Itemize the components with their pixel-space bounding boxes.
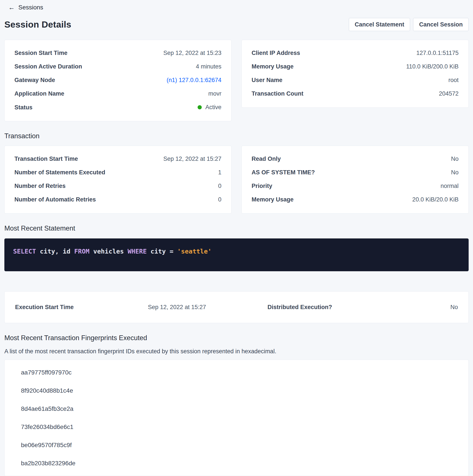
- priority-label: Priority: [252, 183, 272, 189]
- transaction-section-title: Transaction: [4, 132, 469, 140]
- left-arrow-icon: ←: [8, 4, 15, 11]
- sql-text: city =: [147, 248, 177, 255]
- user-name-row: User Name root: [252, 77, 458, 84]
- application-name-row: Application Name movr: [15, 90, 221, 98]
- txn-start-time-label: Transaction Start Time: [15, 155, 78, 162]
- txn-memory-usage-label: Memory Usage: [252, 196, 294, 203]
- application-name-value: movr: [208, 90, 221, 97]
- status-active-dot-icon: [197, 105, 202, 109]
- priority-row: Priority normal: [252, 183, 458, 190]
- txn-start-time-value: Sep 12, 2022 at 15:27: [163, 155, 221, 162]
- txn-statements-label: Number of Statements Executed: [15, 169, 105, 176]
- sql-string-literal: 'seattle': [177, 248, 212, 255]
- back-nav[interactable]: ← Sessions: [4, 2, 469, 13]
- sql-keyword: FROM: [74, 248, 89, 255]
- user-name-label: User Name: [252, 77, 282, 84]
- session-details-page: ← Sessions Session Details Cancel Statem…: [0, 0, 473, 476]
- client-ip-row: Client IP Address 127.0.0.1:51175: [252, 50, 458, 57]
- transaction-summary-row: Transaction Start Time Sep 12, 2022 at 1…: [4, 146, 469, 214]
- txn-memory-usage-row: Memory Usage 20.0 KiB/20.0 KiB: [252, 196, 458, 204]
- cancel-session-button[interactable]: Cancel Session: [413, 18, 469, 31]
- txn-retries-label: Number of Retries: [15, 183, 65, 189]
- session-overview-card: Session Start Time Sep 12, 2022 at 15:23…: [4, 40, 231, 121]
- page-header: Session Details Cancel Statement Cancel …: [4, 18, 469, 31]
- transaction-count-value: 204572: [439, 90, 458, 97]
- execution-start-time-value: Sep 12, 2022 at 15:27: [148, 304, 268, 311]
- memory-usage-label: Memory Usage: [252, 63, 294, 70]
- status-badge: Active: [197, 104, 221, 111]
- fingerprint-item: 8d4ae61a5fb3ce2a: [21, 400, 458, 418]
- back-link-sessions[interactable]: Sessions: [18, 4, 43, 11]
- gateway-node-label: Gateway Node: [15, 77, 55, 84]
- fingerprints-list-card: aa79775ff097970c 8f920c40d88b1c4e 8d4ae6…: [4, 360, 469, 476]
- user-name-value: root: [448, 77, 458, 84]
- cancel-statement-button[interactable]: Cancel Statement: [349, 18, 410, 31]
- transaction-properties-card: Read Only No AS OF SYSTEM TIME? No Prior…: [242, 146, 469, 214]
- read-only-value: No: [451, 155, 458, 162]
- statement-section-title: Most Recent Statement: [4, 224, 469, 232]
- txn-auto-retries-row: Number of Automatic Retries 0: [15, 196, 221, 204]
- as-of-system-time-label: AS OF SYSTEM TIME?: [252, 169, 315, 176]
- txn-start-time-row: Transaction Start Time Sep 12, 2022 at 1…: [15, 155, 221, 163]
- txn-retries-value: 0: [218, 183, 221, 189]
- header-actions: Cancel Statement Cancel Session: [349, 18, 469, 31]
- application-name-label: Application Name: [15, 90, 64, 97]
- page-title: Session Details: [4, 19, 71, 30]
- txn-auto-retries-value: 0: [218, 196, 221, 203]
- sql-keyword: SELECT: [13, 248, 36, 255]
- fingerprints-section-subtitle: A list of the most recent transaction fi…: [4, 348, 469, 355]
- client-ip-value: 127.0.0.1:51175: [416, 50, 458, 56]
- transaction-count-label: Transaction Count: [252, 90, 303, 97]
- session-start-time-value: Sep 12, 2022 at 15:23: [163, 50, 221, 56]
- gateway-node-link[interactable]: (n1) 127.0.0.1:62674: [166, 77, 221, 84]
- transaction-overview-card: Transaction Start Time Sep 12, 2022 at 1…: [4, 146, 231, 214]
- txn-statements-row: Number of Statements Executed 1: [15, 169, 221, 177]
- distributed-execution-label: Distributed Execution?: [268, 304, 387, 311]
- txn-auto-retries-label: Number of Automatic Retries: [15, 196, 96, 203]
- session-start-time-row: Session Start Time Sep 12, 2022 at 15:23: [15, 50, 221, 57]
- fingerprint-item: aa79775ff097970c: [21, 363, 458, 381]
- sql-statement-box: SELECT city, id FROM vehicles WHERE city…: [4, 238, 469, 271]
- txn-memory-usage-value: 20.0 KiB/20.0 KiB: [412, 196, 458, 203]
- session-summary-row: Session Start Time Sep 12, 2022 at 15:23…: [4, 40, 469, 121]
- client-details-card: Client IP Address 127.0.0.1:51175 Memory…: [242, 40, 469, 108]
- session-active-duration-row: Session Active Duration 4 minutes: [15, 63, 221, 71]
- read-only-row: Read Only No: [252, 155, 458, 163]
- status-label: Status: [15, 104, 33, 111]
- gateway-node-row: Gateway Node (n1) 127.0.0.1:62674: [15, 77, 221, 84]
- sql-text: city, id: [36, 248, 74, 255]
- session-start-time-label: Session Start Time: [15, 50, 67, 56]
- txn-statements-value: 1: [218, 169, 221, 176]
- sql-keyword: WHERE: [128, 248, 147, 255]
- memory-usage-value: 110.0 KiB/200.0 KiB: [406, 63, 458, 70]
- memory-usage-row: Memory Usage 110.0 KiB/200.0 KiB: [252, 63, 458, 71]
- transaction-count-row: Transaction Count 204572: [252, 90, 458, 98]
- fingerprint-item: 8f920c40d88b1c4e: [21, 381, 458, 400]
- fingerprints-section-title: Most Recent Transaction Fingerprints Exe…: [4, 334, 469, 342]
- as-of-system-time-value: No: [451, 169, 458, 176]
- fingerprint-item: ba2b203b823296de: [21, 454, 458, 472]
- status-value: Active: [205, 104, 221, 111]
- priority-value: normal: [440, 183, 458, 189]
- txn-retries-row: Number of Retries 0: [15, 183, 221, 190]
- fingerprint-item: be06e9570f785c9f: [21, 436, 458, 454]
- session-active-duration-value: 4 minutes: [196, 63, 221, 70]
- read-only-label: Read Only: [252, 155, 281, 162]
- execution-start-time-label: Execution Start Time: [15, 304, 148, 311]
- client-ip-label: Client IP Address: [252, 50, 300, 56]
- execution-details-card: Execution Start Time Sep 12, 2022 at 15:…: [4, 291, 469, 323]
- fingerprint-item: 73fe26034bd6e6c1: [21, 418, 458, 436]
- sql-text: vehicles: [89, 248, 128, 255]
- sql-statement: SELECT city, id FROM vehicles WHERE city…: [13, 247, 460, 255]
- status-row: Status Active: [15, 104, 221, 111]
- distributed-execution-value: No: [387, 304, 458, 311]
- session-active-duration-label: Session Active Duration: [15, 63, 82, 70]
- as-of-system-time-row: AS OF SYSTEM TIME? No: [252, 169, 458, 177]
